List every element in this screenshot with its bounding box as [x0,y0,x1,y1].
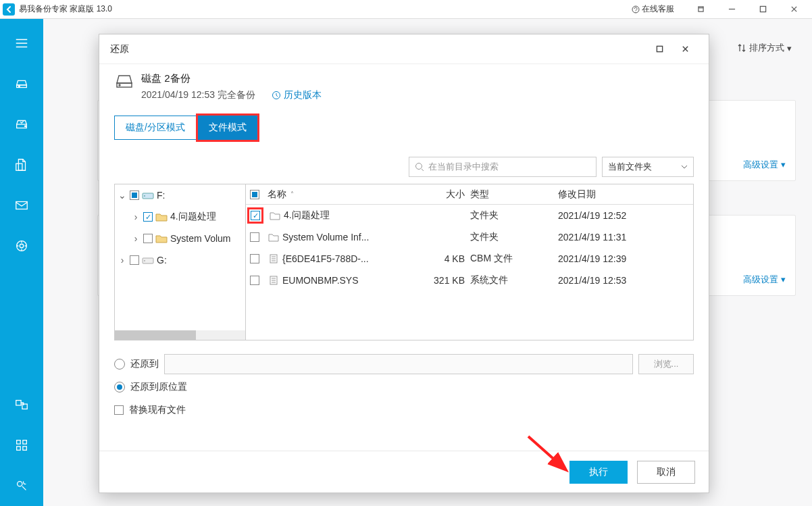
clone-icon[interactable] [0,226,43,266]
menu-icon[interactable] [0,23,43,64]
file-name: System Volume Inf... [282,232,369,243]
folder-icon [269,210,281,221]
file-type: CBM 文件 [470,253,558,265]
checkbox[interactable] [250,232,259,242]
app-logo [3,3,15,16]
radio-restore-original[interactable] [114,382,125,393]
cancel-button[interactable]: 取消 [637,461,695,484]
svg-rect-12 [16,401,21,405]
file-backup-icon[interactable] [0,145,43,185]
minimize-button[interactable] [716,1,747,18]
advanced-settings-link[interactable]: 高级设置 ▾ [743,159,786,171]
drive-icon [142,255,154,265]
dialog-close-button[interactable] [672,40,698,59]
horizontal-scrollbar[interactable] [115,330,245,340]
column-size[interactable]: 大小 [412,188,470,201]
titlebar-restore-icon[interactable] [685,1,716,18]
column-type[interactable]: 类型 [470,188,558,201]
history-link[interactable]: 历史版本 [272,89,322,101]
restore-dialog: 还原 磁盘 2备份 2021/04/19 12:53 完全备份 历史版本 磁盘/… [99,34,709,493]
file-date: 2021/4/19 12:52 [558,210,693,221]
sort-button[interactable]: 排序方式 ▾ [737,42,792,54]
system-backup-icon[interactable] [0,104,43,145]
drive-icon [142,191,154,200]
transfer-icon[interactable] [0,384,43,425]
checkbox[interactable] [251,211,260,220]
settings-icon[interactable] [0,465,43,506]
file-list: 名称˄ 大小 类型 修改日期 4.问题处理 文件夹 2021/4/19 12:5… [246,184,693,340]
file-row[interactable]: 4.问题处理 文件夹 2021/4/19 12:52 [246,205,693,226]
file-date: 2021/4/19 12:39 [558,253,693,264]
radio-restore-to[interactable] [114,359,125,370]
search-scope-value: 当前文件夹 [608,161,652,173]
chevron-right-icon[interactable]: › [118,255,127,265]
file-size: 321 KB [412,275,470,286]
file-date: 2021/4/19 11:31 [558,232,693,243]
tab-disk-mode[interactable]: 磁盘/分区模式 [114,116,197,140]
svg-rect-15 [23,440,27,445]
folder-icon [155,234,168,243]
overwrite-checkbox[interactable] [114,405,124,415]
search-scope-select[interactable]: 当前文件夹 [602,157,694,177]
file-name: EUMONBMP.SYS [282,275,359,286]
tree-node-drive-f[interactable]: ⌄ F: [115,184,245,206]
restore-path-input[interactable] [164,354,633,374]
tree-node-folder[interactable]: › 4.问题处理 [115,206,245,228]
disk-backup-icon[interactable] [0,64,43,104]
tree-node-drive-g[interactable]: › G: [115,249,245,271]
maximize-button[interactable] [747,1,778,18]
svg-point-25 [416,163,422,170]
online-support-label: 在线客服 [642,3,674,15]
search-placeholder: 在当前目录中搜索 [428,161,499,173]
svg-rect-16 [17,447,21,451]
chevron-down-icon[interactable]: ⌄ [118,190,127,201]
folder-tree[interactable]: ⌄ F: › 4.问题处理 › System Volum [115,184,246,340]
column-date[interactable]: 修改日期 [558,188,693,201]
mail-backup-icon[interactable] [0,185,43,226]
overwrite-label: 替换现有文件 [129,404,186,416]
svg-rect-9 [16,202,28,209]
backup-header: 磁盘 2备份 2021/04/19 12:53 完全备份 历史版本 [114,72,694,101]
close-button[interactable] [778,1,809,18]
tab-file-mode[interactable]: 文件模式 [198,116,257,140]
file-type: 文件夹 [470,231,558,243]
file-row[interactable]: System Volume Inf... 文件夹 2021/4/19 11:31 [246,226,693,248]
app-title: 易我备份专家 家庭版 13.0 [19,3,631,15]
tools-icon[interactable] [0,425,43,465]
checkbox[interactable] [250,276,259,285]
file-row[interactable]: EUMONBMP.SYS 321 KB 系统文件 2021/4/19 12:53 [246,270,693,291]
checkbox[interactable] [130,191,139,200]
tree-label: 4.问题处理 [170,211,216,223]
browse-button[interactable]: 浏览... [638,354,694,374]
history-label: 历史版本 [284,89,322,101]
checkbox[interactable] [143,212,153,222]
file-row[interactable]: {E6DE41F5-788D-... 4 KB CBM 文件 2021/4/19… [246,248,693,270]
dialog-maximize-button[interactable] [646,40,672,59]
file-type: 文件夹 [470,209,558,222]
file-size: 4 KB [412,253,470,264]
checkbox[interactable] [250,254,259,263]
execute-button[interactable]: 执行 [569,461,628,484]
tree-node-folder[interactable]: › System Volum [115,228,245,249]
online-support-link[interactable]: 在线客服 [631,3,674,15]
svg-point-11 [20,244,24,248]
tree-label: F: [157,190,165,201]
svg-rect-14 [17,440,21,445]
chevron-right-icon[interactable]: › [131,233,141,244]
column-name[interactable]: 名称˄ [262,188,412,201]
svg-rect-3 [760,6,765,11]
checkbox[interactable] [130,255,139,265]
file-list-header: 名称˄ 大小 类型 修改日期 [246,184,693,205]
file-name: 4.问题处理 [284,209,330,222]
chevron-right-icon[interactable]: › [131,211,141,222]
file-icon [268,253,280,264]
checkbox[interactable] [143,234,153,243]
svg-point-7 [25,126,26,127]
svg-rect-21 [657,46,662,51]
svg-point-5 [18,86,20,87]
advanced-settings-link[interactable]: 高级设置 ▾ [743,274,786,286]
search-input[interactable]: 在当前目录中搜索 [409,157,597,177]
select-all-checkbox[interactable] [250,190,259,199]
tree-label: G: [157,255,167,265]
restore-to-label: 还原到 [130,358,159,370]
